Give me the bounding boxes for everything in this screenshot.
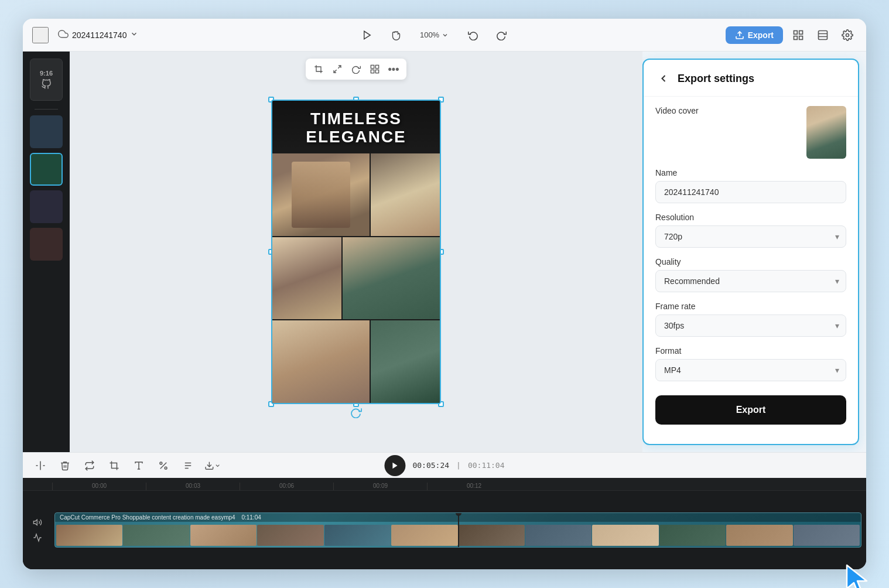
play-button[interactable] [384,455,405,476]
ruler-mark-2: 00:06 [240,483,333,490]
video-preview: TIMELESS ELEGANCE [271,100,441,404]
name-input[interactable] [655,181,846,203]
svg-rect-12 [371,65,374,68]
quality-select-wrapper: Recommended Standard High [655,270,846,292]
format-select[interactable]: MP4 MOV GIF [655,359,846,381]
resolution-select[interactable]: 720p 1080p 4K [655,225,846,248]
playback-controls: 00:05:24 | 00:11:04 [384,455,504,476]
play-mode-button[interactable] [358,26,377,45]
photo-2 [371,153,440,236]
timeline-track-area: 00:00 00:03 00:06 00:09 00:12 [23,478,866,569]
frame-rate-select[interactable]: 24fps 30fps 60fps [655,314,846,337]
photo-row-3 [272,320,440,403]
svg-line-22 [160,462,167,469]
project-title: 202411241740 [72,30,126,40]
quality-select[interactable]: Recommended Standard High [655,270,846,292]
expand-tool-button[interactable] [329,61,346,77]
zoom-control[interactable]: 100% [414,28,454,42]
frame-rate-select-wrapper: 24fps 30fps 60fps [655,314,846,337]
crop-tool-button-tl[interactable] [106,457,122,474]
filmstrip-track[interactable]: CapCut Commerce Pro Shoppable content cr… [54,512,861,548]
header-left: 202411241740 [32,26,143,44]
project-thumbnail[interactable]: 9:16 [30,59,63,101]
photo-4 [343,237,440,320]
track-controls [23,516,52,544]
timeline-toolbar: 00:05:24 | 00:11:04 [23,452,866,478]
export-settings-panel: Export settings Video cover Name [642,59,859,445]
format-select-wrapper: MP4 MOV GIF [655,359,846,381]
photo-placeholder-6 [371,320,440,403]
photo-3 [272,237,341,320]
download-tool-button[interactable] [204,457,221,474]
video-title: TIMELESS ELEGANCE [272,101,440,151]
more-tools-button[interactable]: ••• [385,61,402,77]
resolution-select-wrapper: 720p 1080p 4K [655,225,846,248]
sidebar-panel-2[interactable] [30,153,63,186]
ruler-mark-3: 00:09 [333,483,427,490]
back-button[interactable] [655,70,672,87]
canvas-area: ••• TIMELESS ELEGANCE [70,52,642,452]
thumb-ratio: 9:16 [40,70,53,77]
panel-title: Export settings [678,73,754,85]
export-label: Export [748,30,774,40]
svg-rect-15 [375,70,378,73]
video-cover-thumbnail[interactable] [806,106,846,159]
svg-line-10 [338,66,341,69]
format-field-group: Format MP4 MOV GIF [655,346,846,381]
waveform-button[interactable] [31,531,44,544]
quality-field-group: Quality Recommended Standard High [655,257,846,292]
sidebar-panel-3[interactable] [30,190,63,223]
redo-button[interactable] [492,26,511,45]
timeline-section: 00:05:24 | 00:11:04 00:00 00:03 00:06 00… [23,452,866,569]
text-tool-button[interactable] [131,457,147,474]
export-action-button[interactable]: Export [655,395,846,425]
menu-button[interactable] [32,27,49,43]
trim-tool-button[interactable] [180,457,196,474]
svg-line-11 [334,70,337,73]
split-view-button[interactable] [813,26,832,45]
rotate-handle[interactable] [350,406,362,421]
resolution-field-group: Resolution 720p 1080p 4K [655,213,846,248]
track-thumb-6 [391,525,457,546]
settings-button[interactable] [838,26,857,45]
volume-button[interactable] [31,516,44,529]
timeline-ruler: 00:00 00:03 00:06 00:09 00:12 [23,478,866,491]
delete-tool-button[interactable] [57,457,73,474]
split-tool-button[interactable] [32,457,49,474]
speed-tool-button[interactable] [155,457,172,474]
rotate-tool-button[interactable] [348,61,364,77]
quality-label: Quality [655,257,846,266]
playhead [458,513,459,547]
photo-row-2 [272,237,440,320]
track-thumb-12 [794,525,860,546]
photo-placeholder-2 [371,153,440,236]
photo-placeholder-4 [343,237,440,320]
scale-tool-button[interactable] [367,61,383,77]
thumb-preview: 9:16 [30,59,63,101]
project-name[interactable]: 202411241740 [53,26,143,44]
loop-tool-button[interactable] [81,457,98,474]
track-thumb-3 [190,525,257,546]
photo-6 [371,320,440,403]
track-thumb-5 [324,525,391,546]
current-time: 00:05:24 [412,461,449,470]
crop-tool-button[interactable] [310,61,327,77]
track-thumb-10 [659,525,726,546]
sidebar-panel-4[interactable] [30,228,63,261]
sidebar-panel-1[interactable] [30,115,63,148]
track-row: CapCut Commerce Pro Shoppable content cr… [23,491,866,569]
layout-button[interactable] [789,26,808,45]
photo-placeholder-3 [272,237,341,320]
hand-tool-button[interactable] [386,26,405,45]
name-field-group: Name [655,168,846,203]
track-thumb-9 [592,525,658,546]
sidebar-divider [35,109,58,110]
export-header-button[interactable]: Export [726,26,783,44]
svg-marker-30 [33,519,37,525]
name-label: Name [655,168,846,177]
svg-point-24 [165,467,167,469]
ruler-mark-0: 00:00 [52,483,146,490]
photo-5 [272,320,370,403]
ruler-mark-4: 00:12 [427,483,521,490]
undo-button[interactable] [464,26,483,45]
